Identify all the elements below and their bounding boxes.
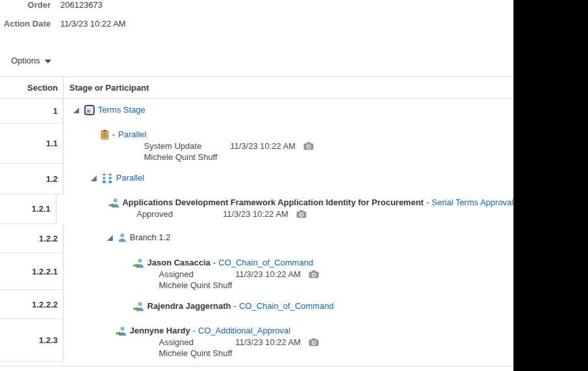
- participant-icon: [133, 258, 144, 268]
- rule-link[interactable]: CO_Chain_of_Command: [218, 258, 313, 268]
- column-header-section: Section: [0, 77, 64, 98]
- table-header: Section Stage or Participant: [0, 77, 513, 99]
- table-row: 1.2: [0, 164, 513, 194]
- section-number: 1.1: [0, 124, 64, 164]
- clipboard-icon: [100, 129, 109, 140]
- parallel-icon: [102, 174, 113, 183]
- assignee-name: Michele Quint Shuff: [64, 280, 513, 291]
- status-text: Approved: [137, 208, 223, 219]
- status-text: Assigned: [159, 269, 235, 280]
- order-label: Order: [0, 1, 51, 10]
- expand-toggle-icon[interactable]: [91, 175, 97, 181]
- section-number: 1.2: [0, 164, 64, 194]
- status-text: System Update: [144, 141, 230, 152]
- participant-icon: [133, 302, 144, 311]
- camera-icon[interactable]: [296, 210, 307, 218]
- participant-name: Jason Casaccia: [147, 258, 211, 268]
- branch-label: Branch 1.2: [130, 232, 171, 243]
- name-separator: -: [193, 326, 195, 336]
- section-number: 1.2.3: [0, 319, 64, 362]
- section-number: 1.2.2.2: [0, 290, 64, 319]
- action-date-field: Action Date 11/3/23 10:22 AM: [0, 19, 126, 28]
- order-field: Order 206123673: [0, 1, 126, 10]
- table-row: 1.2.2.2 Rajendra Jaggernath - CO_Chain_o…: [0, 290, 513, 319]
- stage-link[interactable]: Terms Stage: [98, 105, 145, 115]
- section-number: 1.2.2: [0, 224, 64, 253]
- table-row: 1.1 - Parallel: [0, 124, 513, 164]
- stage-prefix: -: [112, 129, 115, 140]
- camera-icon[interactable]: [309, 338, 319, 346]
- table-row: 1.2.1 Applications Development Framework…: [0, 194, 513, 224]
- table-bottom-border: [0, 366, 513, 366]
- expand-toggle-icon[interactable]: [107, 235, 113, 241]
- options-dropdown[interactable]: Options: [11, 56, 51, 65]
- action-timestamp: 11/3/23 10:22 AM: [235, 337, 301, 348]
- section-number: 1.2.2.1: [0, 253, 64, 290]
- action-date-value: 11/3/23 10:22 AM: [60, 19, 126, 28]
- participant-name: Rajendra Jaggernath: [147, 301, 231, 311]
- table-row: 1.2.3 Jennyne Hardy - CO_Additional_Appr…: [0, 319, 513, 362]
- main-content: Order 206123673 Action Date 11/3/23 10:2…: [0, 0, 513, 371]
- name-separator: -: [233, 301, 236, 311]
- stage-link[interactable]: Parallel: [116, 173, 144, 183]
- camera-icon[interactable]: [303, 142, 314, 150]
- section-number: 1.2.1: [0, 194, 56, 224]
- table-row: 1 Terms Stage: [0, 99, 513, 124]
- action-timestamp: 11/3/23 10:22 AM: [223, 208, 288, 219]
- camera-icon[interactable]: [309, 270, 319, 278]
- name-separator: -: [213, 258, 216, 268]
- stage-icon: [84, 105, 95, 115]
- status-text: Assigned: [159, 337, 235, 348]
- participant-icon: [108, 198, 119, 208]
- order-value: 206123673: [60, 1, 102, 10]
- expand-toggle-icon[interactable]: [73, 107, 79, 113]
- header-fields: Order 206123673 Action Date 11/3/23 10:2…: [0, 1, 126, 38]
- action-date-label: Action Date: [0, 19, 51, 28]
- participant-name: Jennyne Hardy: [130, 326, 190, 336]
- action-timestamp: 11/3/23 10:22 AM: [235, 269, 301, 280]
- assignee-name: Michele Quint Shuff: [64, 348, 513, 359]
- approval-history-table: Section Stage or Participant 1 Terms Sta…: [0, 76, 513, 362]
- person-icon: [118, 233, 126, 242]
- side-panel: [513, 0, 588, 371]
- caret-down-icon: [45, 60, 51, 63]
- options-label: Options: [11, 56, 40, 65]
- rule-link[interactable]: CO_Chain_of_Command: [239, 301, 334, 311]
- participant-icon: [115, 326, 126, 336]
- rule-link[interactable]: CO_Additional_Approval: [198, 326, 290, 336]
- action-timestamp: 11/3/23 10:22 AM: [230, 141, 296, 152]
- table-row: 1.2.2 Branch 1.2: [0, 224, 513, 253]
- assignee-name: Michele Quint Shuff: [64, 152, 513, 163]
- name-separator: -: [426, 197, 429, 208]
- participant-name: Applications Development Framework Appli…: [123, 197, 424, 208]
- column-header-stage: Stage or Participant: [64, 77, 513, 98]
- rule-link[interactable]: Serial Terms Approval: [432, 197, 513, 208]
- section-number: 1: [0, 99, 64, 124]
- table-row: 1.2.2.1 Jason Casaccia - CO_Chain_of_Com…: [0, 253, 513, 290]
- stage-link[interactable]: Parallel: [118, 129, 146, 140]
